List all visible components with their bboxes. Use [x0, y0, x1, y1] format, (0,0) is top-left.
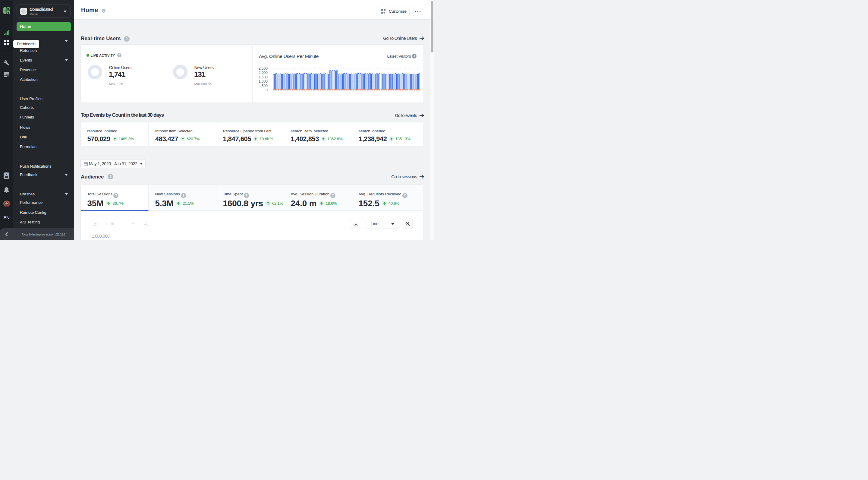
svg-text:0: 0: [266, 88, 268, 92]
svg-text:?: ?: [5, 173, 7, 176]
svg-text:2,500: 2,500: [258, 66, 267, 70]
svg-text:1,000: 1,000: [258, 79, 267, 84]
svg-text:500: 500: [261, 84, 267, 88]
svg-text:2,000: 2,000: [258, 70, 267, 75]
svg-text:1,500: 1,500: [258, 75, 267, 79]
